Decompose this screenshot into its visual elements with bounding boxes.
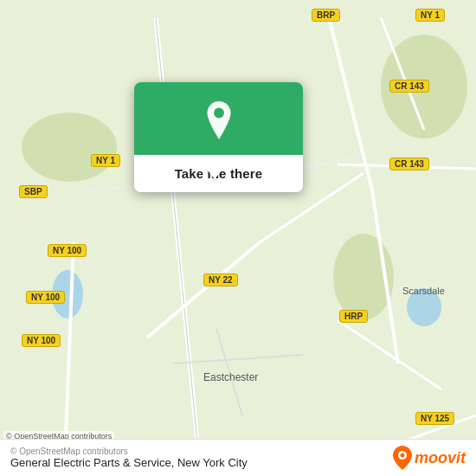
place-name: General Electric Parts & Service, New Yo… [10,456,248,469]
road-label-ny1-top: NY 1 [415,9,445,22]
moovit-pin-icon [393,446,412,470]
road-label-ny22: NY 22 [203,273,238,286]
map-container: Eastchester Scarsdale © OpenStreetMap co… [0,0,476,476]
svg-line-17 [173,355,303,363]
road-label-cr143-2: CR 143 [389,158,429,170]
popup-header [134,82,303,155]
road-label-ny100-3: NY 100 [22,334,61,347]
map-svg: Eastchester Scarsdale [0,0,476,476]
svg-line-9 [147,242,260,338]
moovit-logo: moovit [393,446,466,470]
svg-text:Eastchester: Eastchester [203,371,258,383]
road-label-ny1: NY 1 [91,154,120,167]
osm-attribution: © OpenStreetMap contributors [10,447,248,456]
svg-point-25 [400,453,404,458]
bottom-bar: © OpenStreetMap contributors General Ele… [0,439,476,476]
popup-tail [205,167,224,179]
road-label-ny125: NY 125 [415,412,454,425]
road-label-ny100-1: NY 100 [48,244,87,257]
road-label-brp: BRP [312,9,340,22]
bottom-left: © OpenStreetMap contributors General Ele… [10,447,248,469]
svg-point-0 [22,113,117,182]
location-pin-icon [200,101,238,139]
road-label-hrp: HRP [339,310,368,323]
svg-point-23 [214,108,224,119]
road-label-sbp: SBP [19,185,48,198]
road-label-cr143-1: CR 143 [389,80,429,93]
svg-line-16 [338,320,441,389]
moovit-text: moovit [415,449,466,467]
svg-text:Scarsdale: Scarsdale [402,286,445,296]
road-label-ny100-2: NY 100 [26,291,65,304]
